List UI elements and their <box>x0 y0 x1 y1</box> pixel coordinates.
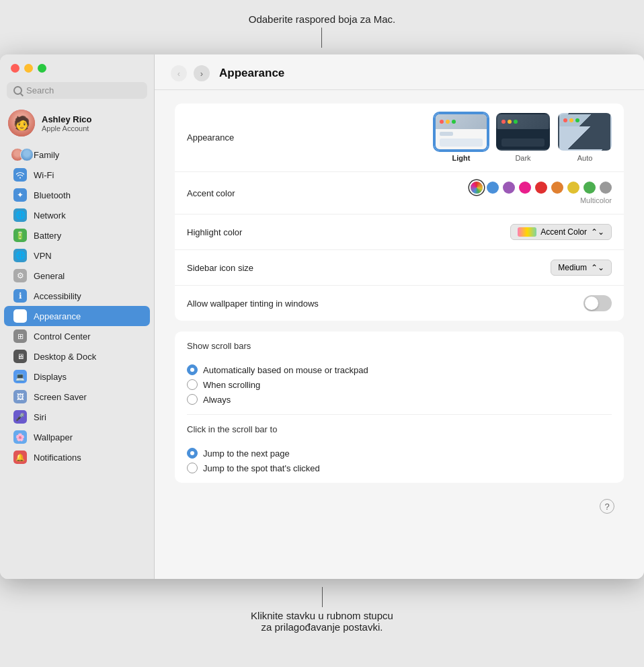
toggle-knob <box>585 297 598 310</box>
sidebar-item-vpn[interactable]: 🌐 VPN <box>4 245 150 266</box>
page-title: Appearance <box>219 67 284 80</box>
sidebar-item-wifi[interactable]: Wi-Fi <box>4 165 150 185</box>
sidebar-item-appearance[interactable]: 👁 Appearance <box>4 306 150 326</box>
siri-icon: 🎤 <box>13 410 27 424</box>
highlight-color-label: Highlight color <box>187 227 242 237</box>
auto-thumb <box>558 113 612 151</box>
sidebar-item-accessibility[interactable]: ℹ Accessibility <box>4 286 150 306</box>
sidebar-label-family: Family <box>34 150 59 160</box>
sidebar-label-appearance: Appearance <box>34 311 81 321</box>
wallpaper-tinting-label: Allow wallpaper tinting in windows <box>187 299 319 309</box>
sidebar: Search 🧑 Ashley Rico Apple Account Famil… <box>0 54 155 579</box>
dark-thumb <box>496 113 550 151</box>
highlight-swatch <box>518 227 536 237</box>
sidebar-item-battery[interactable]: 🔋 Battery <box>4 225 150 245</box>
highlight-color-button[interactable]: Accent Color ⌃⌄ <box>510 224 612 240</box>
scroll-click-header: Click in the scroll bar to <box>175 415 624 438</box>
chevron-updown-icon: ⌃⌄ <box>591 227 604 237</box>
user-subtitle: Apple Account <box>42 124 91 132</box>
sidebar-item-notifications[interactable]: 🔔 Notifications <box>4 447 150 467</box>
scroll-next-option[interactable]: Jump to the next page <box>187 448 612 459</box>
scroll-auto-option[interactable]: Automatically based on mouse or trackpad <box>187 364 612 375</box>
wallpaper-tinting-row: Allow wallpaper tinting in windows <box>175 286 624 321</box>
appearance-dark-option[interactable]: Dark <box>496 113 550 162</box>
search-bar[interactable]: Search <box>7 82 147 99</box>
accent-color-label: Accent color <box>187 188 235 198</box>
accent-color-options: Multicolor <box>471 182 612 204</box>
sidebar-label-wallpaper: Wallpaper <box>34 432 73 442</box>
color-dots <box>471 182 612 194</box>
light-label: Light <box>452 154 471 162</box>
wifi-icon <box>13 168 27 182</box>
main-header: ‹ › Appearance <box>155 54 644 90</box>
user-info: Ashley Rico Apple Account <box>42 114 91 132</box>
content-area: Appearance <box>155 90 644 579</box>
appearance-row: Appearance <box>175 104 624 172</box>
scroll-spot-option[interactable]: Jump to the spot that's clicked <box>187 463 612 473</box>
sidebar-icon-size-select[interactable]: Medium ⌃⌄ <box>551 260 612 276</box>
sidebar-item-displays[interactable]: 💻 Displays <box>4 366 150 387</box>
user-section[interactable]: 🧑 Ashley Rico Apple Account <box>0 104 154 142</box>
appearance-options: Light Dar <box>434 113 612 162</box>
notifications-icon: 🔔 <box>13 450 27 464</box>
color-graphite[interactable] <box>600 182 612 194</box>
maximize-button[interactable] <box>38 64 46 73</box>
settings-window: Search 🧑 Ashley Rico Apple Account Famil… <box>0 54 644 579</box>
color-yellow[interactable] <box>567 182 579 194</box>
scroll-always-option[interactable]: Always <box>187 394 612 405</box>
sidebar-item-siri[interactable]: 🎤 Siri <box>4 407 150 427</box>
sidebar-item-bluetooth[interactable]: ✦ Bluetooth <box>4 185 150 205</box>
sidebar-label-displays: Displays <box>34 372 67 382</box>
sidebar-label-network: Network <box>34 210 66 221</box>
sidebar-item-general[interactable]: ⚙ General <box>4 266 150 286</box>
vpn-icon: 🌐 <box>13 249 27 262</box>
highlight-value: Accent Color <box>540 227 587 237</box>
sidebar-label-notifications: Notifications <box>34 453 81 463</box>
color-pink[interactable] <box>519 182 531 194</box>
wallpaper-icon: 🌸 <box>13 430 27 444</box>
sidebar-item-desktop[interactable]: 🖥 Desktop & Dock <box>4 346 150 366</box>
general-icon: ⚙ <box>13 269 27 282</box>
color-orange[interactable] <box>551 182 563 194</box>
wallpaper-tinting-toggle[interactable] <box>583 295 612 311</box>
user-name: Ashley Rico <box>42 114 91 124</box>
traffic-lights <box>0 54 154 79</box>
forward-button[interactable]: › <box>194 65 210 81</box>
light-thumb <box>434 113 488 151</box>
scroll-bars-header: Show scroll bars <box>175 331 624 355</box>
color-multicolor[interactable] <box>471 182 483 194</box>
sidebar-label-controlcenter: Control Center <box>34 331 91 342</box>
minimize-button[interactable] <box>24 64 33 73</box>
annotation-bottom: Kliknite stavku u rubnom stupcuza prilag… <box>251 587 393 633</box>
close-button[interactable] <box>11 64 19 73</box>
sidebar-label-battery: Battery <box>34 231 61 241</box>
scroll-next-label: Jump to the next page <box>203 448 290 459</box>
scroll-click-options: Jump to the next page Jump to the spot t… <box>175 438 624 483</box>
appearance-light-option[interactable]: Light <box>434 113 488 162</box>
sidebar-item-screensaver[interactable]: 🖼 Screen Saver <box>4 387 150 407</box>
family-icon <box>13 148 27 161</box>
help-icon: ? <box>604 502 609 512</box>
back-button[interactable]: ‹ <box>171 65 187 81</box>
sidebar-item-family[interactable]: Family <box>4 145 150 165</box>
scroll-scrolling-option[interactable]: When scrolling <box>187 379 612 390</box>
scroll-next-radio <box>187 448 198 459</box>
scroll-always-label: Always <box>203 395 231 405</box>
scroll-auto-label: Automatically based on mouse or trackpad <box>203 365 368 375</box>
help-button[interactable]: ? <box>600 499 614 514</box>
color-blue[interactable] <box>487 182 499 194</box>
accessibility-icon: ℹ <box>13 289 27 303</box>
sidebar-label-siri: Siri <box>34 412 46 422</box>
annotation-bottom-text: Kliknite stavku u rubnom stupcuza prilag… <box>251 610 393 633</box>
color-red[interactable] <box>535 182 547 194</box>
sidebar-item-controlcenter[interactable]: ⊞ Control Center <box>4 326 150 346</box>
scroll-bars-options: Automatically based on mouse or trackpad… <box>175 355 624 414</box>
sidebar-label-desktop: Desktop & Dock <box>34 352 96 362</box>
search-icon <box>13 86 22 95</box>
sidebar-item-network[interactable]: 🌐 Network <box>4 205 150 225</box>
color-purple[interactable] <box>503 182 515 194</box>
sidebar-item-wallpaper[interactable]: 🌸 Wallpaper <box>4 427 150 447</box>
color-green[interactable] <box>583 182 596 194</box>
appearance-auto-option[interactable]: Auto <box>558 113 612 162</box>
accent-color-row: Accent color <box>175 172 624 214</box>
